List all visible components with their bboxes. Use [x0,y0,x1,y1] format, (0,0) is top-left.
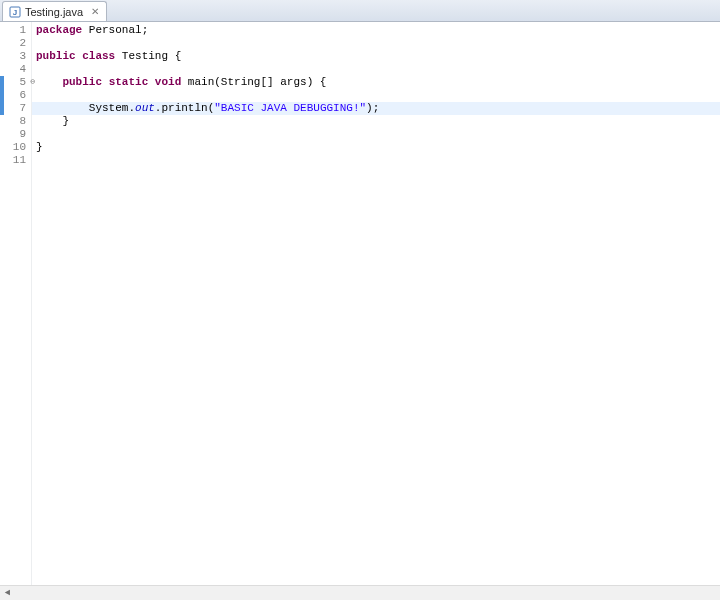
java-file-icon: J [9,6,21,18]
line-number: 10 [4,141,26,154]
code-area[interactable]: package Personal; public class Testing {… [32,22,720,585]
editor-tab[interactable]: J Testing.java ✕ [2,1,107,21]
horizontal-scrollbar[interactable]: ◄ [0,585,720,600]
code-line[interactable]: } [36,141,720,154]
scroll-left-arrow-icon[interactable]: ◄ [0,588,15,598]
code-line[interactable] [36,128,720,141]
close-icon[interactable]: ✕ [90,7,100,17]
code-line[interactable]: System.out.println("BASIC JAVA DEBUGGING… [32,102,720,115]
line-number: 1 [4,24,26,37]
line-number: 11 [4,154,26,167]
line-number: 3 [4,50,26,63]
code-line[interactable]: public class Testing { [36,50,720,63]
line-number: 9 [4,128,26,141]
line-number-gutter: 1234567891011⊖ [4,22,32,585]
line-number: 5 [4,76,26,89]
code-line[interactable]: package Personal; [36,24,720,37]
code-line[interactable] [36,154,720,167]
line-number: 8 [4,115,26,128]
code-line[interactable] [36,63,720,76]
line-number: 4 [4,63,26,76]
line-number: 7 [4,102,26,115]
editor-area: 1234567891011⊖ package Personal; public … [0,22,720,585]
svg-text:J: J [13,8,17,17]
tab-filename: Testing.java [25,6,83,18]
code-line[interactable]: } [36,115,720,128]
code-line[interactable] [36,37,720,50]
code-line[interactable]: public static void main(String[] args) { [36,76,720,89]
line-number: 6 [4,89,26,102]
code-line[interactable] [36,89,720,102]
tab-bar: J Testing.java ✕ [0,0,720,22]
line-number: 2 [4,37,26,50]
